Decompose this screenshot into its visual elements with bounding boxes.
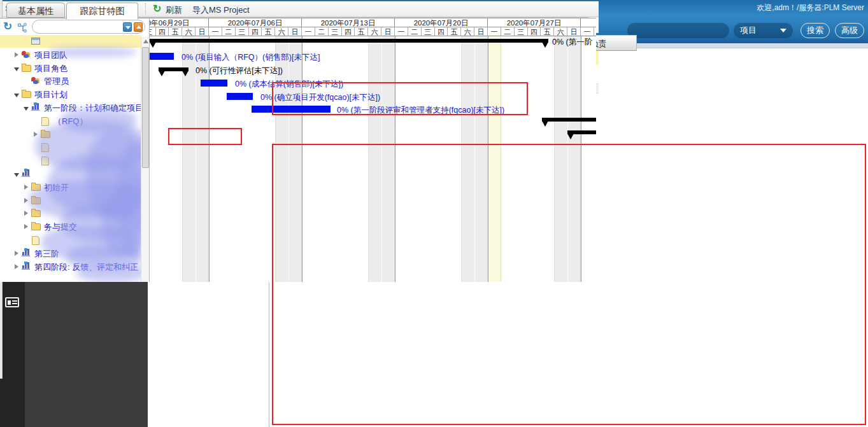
gantt-tree-item[interactable]: 管理员 [0,74,141,87]
folder-tab [31,222,36,224]
hierarchy-icon[interactable] [18,23,28,33]
phase-bar [25,250,27,255]
gantt-day-header: 三 [236,27,249,36]
gantt-week-header: 2020年07月13日 [302,18,395,27]
gantt-day-header: 五 [355,27,368,36]
refresh-icon[interactable]: ↻ [3,21,12,32]
phase-bar [25,263,27,269]
scroll-up-arrow-icon[interactable] [143,39,148,43]
phase-bar [34,104,36,109]
gantt-summary-bar[interactable] [150,39,548,43]
folder-icon [22,65,31,72]
gantt-task-bar[interactable] [150,53,174,60]
gantt-week-header: 2020年07月20日 [395,18,488,27]
gantt-day-header: 四 [342,27,355,36]
search-button[interactable]: 搜索 [800,23,830,38]
summary-end-icon [542,121,548,127]
sidebar-item-idcard[interactable] [0,286,25,319]
header-search-input[interactable] [627,23,729,38]
phase-icon [22,269,30,270]
gantt-day-header: 二 [594,27,596,36]
gantt-tree-item[interactable]: 项目角色 [0,62,141,74]
annotation-rect-gantt-panel [272,144,866,425]
phase-bar [37,103,39,109]
gantt-day-header: 三 [150,27,156,36]
gantt-task-label: 0% (项目输入（RFQ）(销售部)[未下达] [181,52,320,63]
phase-flag [24,248,27,251]
phase-flag [34,102,37,105]
gantt-day-header: 五 [169,27,182,36]
gantt-summary-label: 0% (可行性评估[未下达]) [196,66,283,76]
arrow-down-icon [125,26,131,29]
search-up-button[interactable] [134,22,143,32]
gantt-day-header: 六 [182,27,196,36]
doc-icon [41,117,49,126]
tree-v-scrollbar[interactable] [141,37,150,282]
caret-right-icon [15,264,18,269]
card [5,297,19,307]
gantt-summary-bar[interactable] [542,118,596,122]
text-line [12,303,17,304]
caret-right-icon [24,224,28,229]
text-line [12,300,17,302]
refresh-icon: ↻ [153,3,161,15]
phase-bar [22,265,24,269]
gantt-day-header: 日 [381,27,395,36]
summary-end-icon [150,42,156,48]
gantt-day-header: 三 [515,27,528,36]
redaction-blob [102,187,146,257]
scroll-thumb[interactable] [142,47,149,168]
gantt-day-header: 四 [249,27,262,36]
l [22,25,24,31]
folder-tab [22,90,26,92]
gantt-day-header: 五 [541,27,554,36]
folder-icon [22,91,31,98]
gantt-tree-panel: ↻项目团队项目角色管理员项目计划第一阶段：计划和确定项目（RFQ）初始开务与提交… [0,18,150,282]
caret-down-icon [14,173,19,177]
gantt-day-header: 日 [196,27,209,36]
caret-right-icon [24,198,28,203]
summary-end-icon [182,71,189,76]
phase-bar [27,249,29,255]
caret-down-icon [24,107,29,111]
phase-bar [27,169,29,176]
phase-icon [22,255,30,256]
phase-icon [31,109,39,111]
phase-flag [24,169,27,171]
plm-app: P SIPM PLM 待办事项!预警任务逾期任务发送消息新消息1在线用户 欢迎,… [0,0,868,427]
gantt-day-header: 一 [209,27,222,36]
welcome-text: 欢迎,adm！/服务器:PLM Server [757,3,864,13]
gantt-task-bar[interactable] [201,80,227,87]
gantt-day-header: 四 [435,27,448,36]
caret-right-icon [24,185,28,190]
caret-down-icon [14,94,19,97]
search-category-dropdown[interactable]: 项目 [734,23,793,38]
idcard-icon [5,295,20,311]
chevron-down-icon [780,29,786,32]
gantt-day-header: 三 [422,27,435,36]
gantt-task-bar[interactable] [227,93,253,100]
tab-tracking-gantt[interactable]: 跟踪甘特图 [66,3,138,19]
gantt-week-header: 2020年07月27日 [488,18,581,27]
gantt-tree-label: 管理员 [44,76,69,87]
annotation-rect-template-node [168,128,242,145]
n [24,29,27,32]
gantt-day-header: 二 [222,27,236,36]
gantt-day-header: 六 [368,27,381,36]
gantt-day-header: 四 [528,27,541,36]
search-down-button[interactable] [123,22,132,32]
folder-icon [31,223,41,230]
gantt-day-header: 五 [262,27,275,36]
team-icon [24,54,29,58]
phase-bar [27,262,29,269]
tab-basic-props[interactable]: 基本属性 [6,3,65,18]
advanced-button[interactable]: 高级 [835,23,864,38]
gantt-tree-item[interactable]: 项目计划 [0,88,141,101]
caret-down-icon [14,67,19,71]
phase-icon [22,176,30,177]
gantt-tree-item[interactable] [0,35,141,48]
gantt-day-header: 二 [501,27,515,36]
bar [32,38,39,40]
tree-search-input[interactable] [32,20,145,34]
redaction-blob [48,47,137,57]
